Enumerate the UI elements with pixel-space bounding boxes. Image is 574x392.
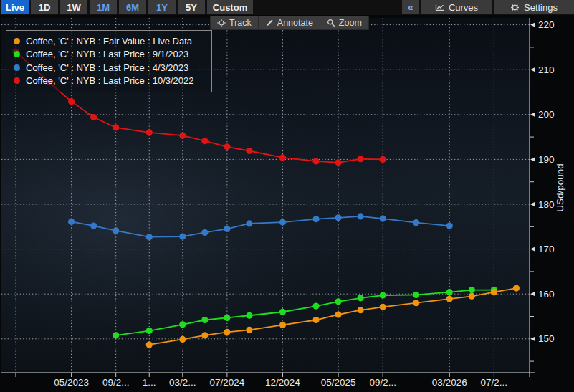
chart-window: Live 1D 1W 1M 6M 1Y 5Y Custom « Curves [0,0,574,392]
data-point [68,98,75,105]
data-point [358,307,364,313]
y-tick-label: 160 [538,289,555,300]
range-tabs: Live 1D 1W 1M 6M 1Y 5Y Custom [0,0,253,15]
tab-custom[interactable]: Custom [207,0,253,14]
x-tick-label: 03/2026 [432,377,467,388]
y-tick-label: 190 [538,154,555,165]
data-point [358,156,364,162]
curves-button[interactable]: Curves [421,0,492,14]
data-point [90,114,97,120]
series-color-dot [14,77,20,84]
legend-label: Coffee, 'C' : NYB : Last Price : 4/3/202… [26,62,188,73]
chart-tools-toolbar: Track Annotate Zoom [210,16,369,30]
data-point [335,214,341,221]
series-color-dot [14,38,20,44]
annotate-label: Annotate [277,18,313,28]
data-point [224,226,230,232]
data-point [446,222,453,229]
series-color-dot [14,51,20,57]
y-tick-label: 200 [538,109,555,120]
data-point [358,295,364,301]
data-point [358,213,364,219]
zoom-button[interactable]: Zoom [320,16,368,29]
legend-item[interactable]: Coffee, 'C' : NYB : Fair Value : Live Da… [14,34,204,48]
data-point [179,336,186,343]
data-point [380,156,386,163]
data-point [246,220,252,226]
data-point [279,154,286,161]
track-button[interactable]: Track [211,16,258,29]
tab-1d[interactable]: 1D [31,0,58,14]
data-point [146,234,153,240]
data-point [246,312,252,319]
data-point [413,292,419,298]
data-point [146,328,153,334]
data-point [312,317,319,323]
data-point [413,300,419,306]
data-point [279,322,286,328]
legend-label: Coffee, 'C' : NYB : Fair Value : Live Da… [26,36,192,47]
data-point [201,332,208,338]
tab-1y[interactable]: 1Y [148,0,176,14]
tab-live[interactable]: Live [1,0,29,14]
data-point [146,341,153,348]
data-point [179,133,186,139]
data-point [312,216,319,222]
data-point [113,227,119,234]
collapse-button[interactable]: « [402,0,419,14]
x-tick-label: 05/2023 [54,377,89,388]
x-tick-label: 1... [143,377,156,388]
data-point [68,219,75,225]
data-point [380,304,386,310]
data-point [312,158,319,164]
legend-item[interactable]: Coffee, 'C' : NYB : Last Price : 10/3/20… [14,75,204,88]
data-point [113,332,119,338]
data-point [335,311,341,317]
data-point [413,219,419,226]
data-point [446,295,453,302]
settings-label: Settings [524,2,558,13]
tab-1w[interactable]: 1W [60,0,87,14]
annotate-button[interactable]: Annotate [258,16,320,29]
range-toolbar: Live 1D 1W 1M 6M 1Y 5Y Custom « Curves [0,0,574,15]
data-point [246,327,252,333]
data-point [312,303,319,310]
data-point [179,233,186,239]
tab-1m[interactable]: 1M [90,0,117,14]
data-point [146,129,153,135]
data-point [113,124,119,130]
data-point [335,159,341,166]
data-point [224,329,230,335]
tab-6m[interactable]: 6M [119,0,146,14]
legend-item[interactable]: Coffee, 'C' : NYB : Last Price : 9/1/202… [14,48,204,62]
y-tick-label: 180 [538,199,555,210]
right-toolbar: « Curves [402,0,574,15]
data-point [201,317,208,323]
data-point [179,321,186,328]
data-point [90,222,97,229]
y-tick-label: 210 [538,64,555,75]
data-point [469,287,475,293]
data-point [491,289,497,295]
tab-5y[interactable]: 5Y [178,0,205,14]
gear-icon [510,3,520,12]
data-point [224,143,230,150]
data-point [469,293,475,300]
y-tick-label: 220 [538,19,555,30]
data-point [335,298,341,305]
settings-button[interactable]: Settings [494,0,574,14]
data-point [279,309,286,315]
x-tick-label: 05/2025 [321,377,356,388]
legend-label: Coffee, 'C' : NYB : Last Price : 9/1/202… [26,49,188,59]
legend-label: Coffee, 'C' : NYB : Last Price : 10/3/20… [26,75,194,86]
y-tick-label: 170 [538,244,555,254]
crosshair-icon [217,19,226,27]
data-point [224,315,230,321]
y-tick-label: 150 [538,333,555,344]
data-point [513,285,520,291]
legend-item[interactable]: Coffee, 'C' : NYB : Last Price : 4/3/202… [14,61,204,75]
y-axis-title: USd/pound [555,163,565,212]
data-point [279,219,286,225]
data-point [246,148,252,154]
x-tick-label: 09/2... [369,377,396,388]
